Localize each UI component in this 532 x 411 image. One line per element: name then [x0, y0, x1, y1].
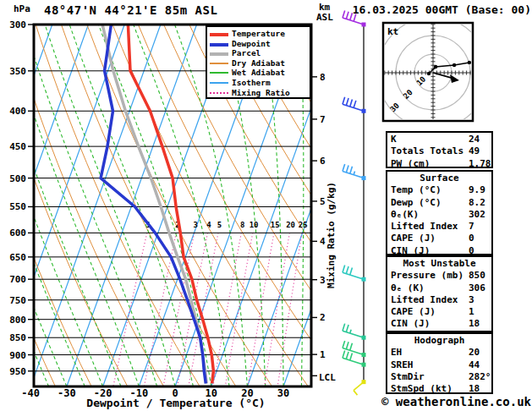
- legend-entry: Temperature: [207, 29, 310, 39]
- legend-entry-label: Dewpoint: [232, 39, 271, 48]
- hodograph-trace-point: [427, 72, 431, 75]
- skewt-sounding-page: 3003504004505005506006507007508008509009…: [0, 0, 532, 411]
- stat-value: 18: [469, 383, 480, 395]
- wind-barb: [343, 324, 366, 340]
- stat-row: θₑ (K)306: [387, 282, 491, 294]
- lcl-label: LCL: [319, 372, 336, 383]
- stat-value: 0: [469, 233, 474, 244]
- stat-value: 24: [469, 134, 480, 145]
- stat-value: 20: [469, 347, 480, 359]
- wet-adiabat-line: [45, 25, 175, 386]
- hodograph-trace-point: [468, 61, 471, 64]
- stat-label: Lifted Index: [391, 294, 458, 305]
- stats-panel-hodograph: HodographEH20SREH44StmDir282°StmSpd (kt)…: [386, 332, 493, 394]
- mixing-ratio-value-label: 20: [286, 221, 295, 229]
- run-datetime: 16.03.2025 00GMT (Base: 00): [326, 3, 531, 16]
- stat-row: Lifted Index7: [387, 221, 491, 233]
- stat-row: K24: [387, 134, 491, 145]
- mixing-ratio-line: [248, 233, 274, 386]
- legend-entry: Mixing Ratio: [207, 88, 310, 98]
- stat-value: 49: [469, 145, 480, 157]
- mixing-ratio-line: [213, 233, 241, 386]
- wind-barb: [343, 97, 366, 113]
- pressure-tick-label: 950: [9, 366, 26, 377]
- mixing-ratio-axis-label: Mixing Ratio (g/kg): [326, 182, 337, 288]
- legend-entry-label: Temperature: [232, 29, 285, 38]
- wind-barb: [354, 380, 366, 395]
- stat-label: StmSpd (kt): [391, 383, 452, 394]
- stat-row: CAPE (J)0: [387, 233, 491, 244]
- km-tick-label: 3: [320, 275, 326, 286]
- stat-value: 1.78: [469, 158, 491, 170]
- stat-value: 9.9: [469, 184, 485, 196]
- stat-label: CIN (J): [391, 318, 430, 329]
- stat-value: 18: [469, 318, 480, 330]
- stat-row: θₑ(K)302: [387, 209, 491, 221]
- legend-entry-label: Mixing Ratio: [232, 88, 290, 97]
- legend-entry-label: Dry Adiabat: [232, 58, 285, 68]
- pressure-tick-label: 850: [9, 332, 26, 343]
- mixing-ratio-value-label: 5: [217, 221, 222, 229]
- stat-row: PW (cm)1.78: [387, 158, 491, 170]
- stat-label: CIN (J): [391, 245, 430, 256]
- isotherm-line: [30, 25, 161, 386]
- pressure-tick-label: 500: [9, 173, 26, 184]
- legend-swatch-thin: [210, 63, 228, 64]
- wind-barb: [343, 164, 366, 180]
- stat-row: SREH44: [387, 359, 491, 371]
- legend-entry-label: Parcel Trajectory: [232, 48, 280, 58]
- mixing-ratio-value-label: 15: [271, 221, 280, 229]
- pressure-tick-label: 700: [9, 274, 26, 285]
- stat-row: Lifted Index3: [387, 294, 491, 306]
- stat-label: Lifted Index: [391, 221, 458, 232]
- stat-value: 306: [469, 282, 485, 294]
- legend-entry-label: Isotherm: [232, 78, 271, 87]
- stat-value: 7: [469, 221, 474, 233]
- stats-panel-header: Surface: [387, 173, 491, 184]
- stat-label: θₑ (K): [391, 282, 425, 293]
- stat-row: StmDir282°: [387, 371, 491, 383]
- legend-entry-label: Wet Adiabat: [232, 68, 285, 77]
- mixing-ratio-value-label: 3: [194, 221, 198, 229]
- legend-swatch-thick: [210, 52, 228, 56]
- stat-label: EH: [391, 347, 402, 358]
- temperature-tick-label: -30: [58, 387, 76, 399]
- pressure-tick-label: 750: [9, 295, 26, 306]
- wind-barb: [343, 341, 366, 357]
- pressure-tick-label: 550: [9, 201, 26, 212]
- km-tick-label: 5: [320, 196, 326, 207]
- stat-label: StmDir: [391, 371, 425, 382]
- hodograph-trace-point: [434, 65, 437, 68]
- temperature-tick-label: 30: [277, 387, 289, 399]
- stat-value: 44: [469, 359, 480, 371]
- pressure-tick-label: 350: [9, 66, 26, 77]
- stat-row: EH20: [387, 347, 491, 359]
- stat-row: Dewp (°C)8.2: [387, 197, 491, 209]
- mixing-ratio-value-label: 4: [206, 221, 211, 229]
- stats-panel-surface: SurfaceTemp (°C)9.9Dewp (°C)8.2θₑ(K)302L…: [386, 170, 493, 255]
- stat-value: 302: [469, 209, 485, 221]
- pressure-tick-label: 650: [9, 252, 26, 263]
- legend-entry: Wet Adiabat: [207, 68, 310, 78]
- mixing-ratio-value-label: 8: [240, 221, 244, 229]
- copyright-credit: © weatheronline.co.uk: [364, 395, 531, 408]
- stat-value: 1: [469, 306, 474, 318]
- mixing-ratio-line: [265, 233, 290, 386]
- stat-label: Temp (°C): [391, 184, 442, 195]
- km-tick-label: 2: [320, 312, 326, 323]
- stat-row: CAPE (J)1: [387, 306, 491, 318]
- stats-panel-header: Most Unstable: [387, 258, 491, 270]
- stat-row: CIN (J)18: [387, 318, 491, 330]
- pressure-tick-label: 400: [9, 106, 26, 117]
- legend-swatch-thick: [210, 33, 228, 36]
- hodograph-unit-label: kt: [387, 26, 398, 37]
- legend-swatch-dotted: [210, 92, 228, 94]
- wind-barb: [343, 266, 366, 282]
- km-tick-label: 8: [320, 72, 326, 83]
- pressure-tick-label: 450: [9, 141, 26, 152]
- mixing-ratio-value-label: 25: [299, 221, 308, 229]
- mixing-ratio-value-label: 10: [250, 221, 259, 229]
- temperature-tick-label: -40: [21, 387, 40, 399]
- stat-value: 282°: [469, 371, 491, 383]
- pressure-tick-label: 900: [9, 350, 26, 361]
